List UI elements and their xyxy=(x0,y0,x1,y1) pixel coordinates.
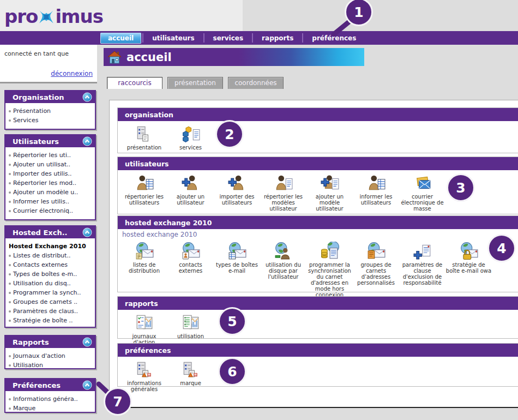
subtab-raccourcis[interactable]: raccourcis xyxy=(107,77,162,89)
sidebar-item[interactable]: Marque xyxy=(8,404,93,413)
shortcut-services[interactable]: services xyxy=(167,124,214,151)
shortcut-label: informations générales xyxy=(121,380,167,392)
tab-preferences[interactable]: préférences xyxy=(304,33,364,44)
shortcut-user-template-add[interactable]: ajouter un modèle utilisateur xyxy=(306,173,353,212)
annotation-circle-6: 6 xyxy=(218,357,246,386)
shortcut-he-contacts[interactable]: contacts externes xyxy=(167,242,214,274)
logo-text-right: imus xyxy=(55,5,103,27)
report-usage-icon xyxy=(182,313,200,332)
bullet-icon xyxy=(9,310,11,313)
collapse-chevron-icon[interactable] xyxy=(82,92,92,102)
shortcut-label: groupes de carnets d'adresses personnali… xyxy=(353,262,399,286)
shortcut-form-logo[interactable]: informations générales xyxy=(121,360,167,392)
sidebar-item[interactable]: Répertorier les uti.. xyxy=(8,151,93,160)
subtab-presentation[interactable]: présentation xyxy=(167,77,223,89)
form-icon xyxy=(135,124,154,143)
home-icon xyxy=(107,50,122,65)
tab-utilisateurs[interactable]: utilisateurs xyxy=(144,33,202,44)
shortcut-label: programmer la synchronisation du carnet … xyxy=(306,262,353,298)
logo-x-icon xyxy=(37,8,56,26)
page-banner: accueil xyxy=(104,48,364,66)
tab-services[interactable]: services xyxy=(206,33,251,44)
mass-mail-icon xyxy=(413,173,432,192)
shortcut-he-owa[interactable]: stratégie de boîte e-mail owa xyxy=(445,242,492,274)
sidebar-item[interactable]: Types de boîtes e-m.. xyxy=(8,269,93,279)
bullet-icon xyxy=(9,292,11,294)
shortcut-he-disclaimer[interactable]: paramètres de clause d'exclusion de resp… xyxy=(399,242,445,286)
sidebar-item[interactable]: Programmer la synch.. xyxy=(8,288,93,297)
shortcut-label: marque xyxy=(180,380,201,386)
shortcut-mass-mail[interactable]: courrier électronique de masse xyxy=(399,173,445,212)
bullet-icon xyxy=(9,164,11,166)
sidebar-item[interactable]: Utilisation du disq.. xyxy=(8,279,93,288)
shortcut-label: paramètres de clause d'exclusion de resp… xyxy=(399,262,445,286)
shortcut-report-log[interactable]: journaux d'action xyxy=(121,313,167,345)
bullet-icon xyxy=(9,273,11,275)
shortcut-label: répertorier les modèles utilisateur xyxy=(260,194,306,212)
bullet-icon xyxy=(9,264,11,266)
shortcut-label: répertorier les utilisateurs xyxy=(121,194,167,206)
sidebar-item[interactable]: Ajouter un modèle u.. xyxy=(8,188,93,197)
bullet-icon xyxy=(9,154,11,157)
shortcut-report-usage[interactable]: utilisation xyxy=(167,313,214,339)
collapse-chevron-icon[interactable] xyxy=(82,136,92,146)
sidebar-item[interactable]: Listes de distribut.. xyxy=(8,251,93,260)
content-section-pr-f-rences: préférencesinformations généralesmarque xyxy=(117,343,518,387)
sidebar-item[interactable]: Services xyxy=(8,116,93,125)
sidebar-section-title: Hosted Exch.. xyxy=(5,226,95,238)
bullet-icon xyxy=(9,283,11,285)
form-logo-icon xyxy=(182,360,200,379)
user-add-icon xyxy=(182,173,200,192)
shortcut-form-logo[interactable]: marque xyxy=(167,360,214,386)
sidebar-section-organisation: OrganisationPrésentationServices xyxy=(4,90,96,130)
section-title: organisation xyxy=(118,108,518,121)
section-sublabel: hosted exchange 2010 xyxy=(118,229,518,238)
collapse-chevron-icon[interactable] xyxy=(82,227,92,237)
shortcut-user-inform[interactable]: informer les utilisateurs xyxy=(353,173,399,206)
bullet-icon xyxy=(9,364,11,367)
he-disk-icon xyxy=(274,242,293,260)
he-sync-icon xyxy=(321,242,339,260)
sidebar-item[interactable]: Répertorier les mod.. xyxy=(8,178,93,188)
shortcut-user-import[interactable]: importer des utilisateurs xyxy=(214,173,260,206)
shortcut-user-template-list[interactable]: répertorier les modèles utilisateur xyxy=(260,173,306,212)
sidebar-item[interactable]: Présentation xyxy=(8,106,93,116)
logout-link[interactable]: déconnexion xyxy=(51,70,93,77)
subtab-coordonnees[interactable]: coordonnées xyxy=(228,77,284,89)
content-section-organisation: organisationprésentationservices xyxy=(117,107,518,153)
shortcut-form[interactable]: présentation xyxy=(121,124,167,151)
shortcut-user-list[interactable]: répertorier les utilisateurs xyxy=(121,173,167,206)
shortcut-he-distribution[interactable]: listes de distribution xyxy=(121,242,167,274)
shortcut-user-add[interactable]: ajouter un utilisateur xyxy=(167,173,214,206)
user-inform-icon xyxy=(367,173,386,192)
sidebar-item[interactable]: Groupes de carnets .. xyxy=(8,297,93,307)
annotation-circle-4: 4 xyxy=(487,234,516,262)
section-title: hosted exchange 2010 xyxy=(118,216,518,229)
services-icon xyxy=(182,124,200,143)
shortcut-he-disk[interactable]: utilisation du disque par l'utilisateur xyxy=(260,242,306,280)
tab-accueil[interactable]: accueil xyxy=(100,33,141,44)
he-distribution-icon xyxy=(135,242,154,260)
sidebar-item[interactable]: Importer des utilis.. xyxy=(8,169,93,178)
shortcut-label: services xyxy=(179,145,202,151)
shortcut-he-abgroups[interactable]: groupes de carnets d'adresses personnali… xyxy=(353,242,399,286)
collapse-chevron-icon[interactable] xyxy=(82,337,92,347)
shortcut-label: ajouter un modèle utilisateur xyxy=(306,194,353,212)
sidebar-item[interactable]: Journaux d'action xyxy=(8,351,93,361)
sidebar-item[interactable]: Stratégie de boîte .. xyxy=(8,316,93,325)
sidebar-item[interactable]: Ajouter un utilisat.. xyxy=(8,160,93,169)
tab-rapports[interactable]: rapports xyxy=(254,33,301,44)
sidebar-item[interactable]: Utilisation xyxy=(8,361,93,370)
bullet-icon xyxy=(9,255,11,257)
sidebar-item[interactable]: Courrier électroniq.. xyxy=(8,206,93,215)
sidebar-section-utilisateurs: UtilisateursRépertorier les uti..Ajouter… xyxy=(4,134,96,220)
shortcut-he-sync[interactable]: programmer la synchronisation du carnet … xyxy=(306,242,353,298)
sidebar-item[interactable]: Contacts externes xyxy=(8,260,93,269)
sub-tabs: raccourcisprésentationcoordonnées xyxy=(107,77,284,89)
shortcut-he-mailboxtypes[interactable]: types de boîtes e-mail xyxy=(214,242,260,274)
sidebar-item[interactable]: Informations généra.. xyxy=(8,394,93,404)
sidebar-item[interactable]: Informer les utilis.. xyxy=(8,197,93,206)
sidebar-item[interactable]: Paramètres de claus.. xyxy=(8,307,93,316)
top-tabs: accueilutilisateursservicesrapportspréfé… xyxy=(100,32,364,44)
collapse-chevron-icon[interactable] xyxy=(82,380,92,390)
